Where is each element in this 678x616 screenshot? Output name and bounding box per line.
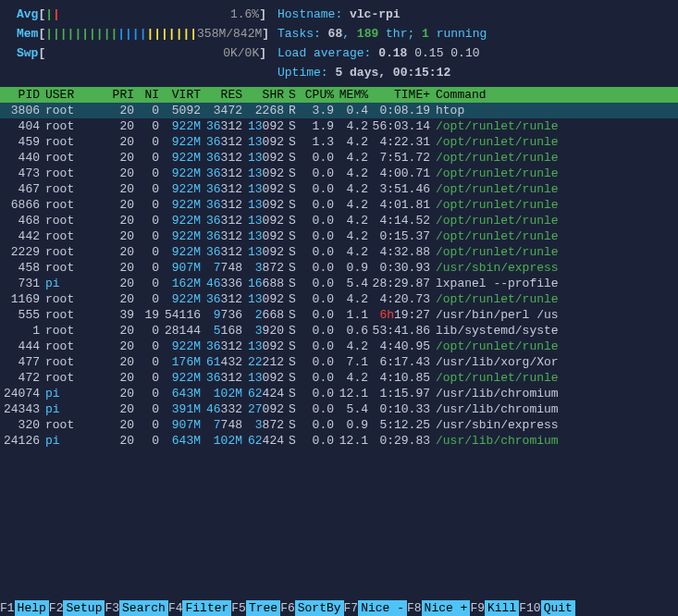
cell-res: 7748 — [204, 261, 246, 275]
cell-time: 4:20.73 — [372, 292, 434, 306]
process-row[interactable]: 1root2002814451683920S0.00.653:41.86lib/… — [0, 323, 678, 339]
cell-mem: 4.2 — [338, 371, 372, 385]
fkey-f7[interactable]: F7 — [344, 600, 359, 616]
cell-mem: 0.4 — [338, 104, 372, 117]
cell-mem: 4.2 — [338, 245, 372, 259]
process-row[interactable]: 2229root200922M3631213092S0.04.24:32.88/… — [0, 244, 678, 260]
flabel-sortby[interactable]: SortBy — [295, 600, 344, 616]
cell-ni: 0 — [138, 119, 163, 133]
cell-shr: 13092 — [246, 135, 288, 149]
fkey-f5[interactable]: F5 — [231, 600, 246, 616]
mem-meter: Mem[|||||||||||||||||||||358M/842M] — [17, 27, 266, 41]
cell-virt: 54116 — [163, 308, 204, 322]
header-s[interactable]: S — [288, 88, 301, 102]
cell-ni: 0 — [138, 135, 163, 149]
fkey-f6[interactable]: F6 — [280, 600, 295, 616]
cell-ni: 0 — [138, 292, 163, 306]
cell-state: S — [288, 166, 301, 180]
cell-time: 4:10.85 — [372, 371, 434, 385]
flabel-nice-+[interactable]: Nice + — [422, 600, 471, 616]
cell-res: 9736 — [204, 308, 246, 322]
avg-value: 1.6% — [230, 7, 259, 21]
cell-pid: 467 — [0, 182, 43, 196]
flabel-kill[interactable]: Kill — [485, 600, 519, 616]
header-cpu[interactable]: CPU% — [301, 88, 338, 102]
cell-cpu: 0.0 — [301, 166, 338, 180]
process-table-header[interactable]: PID USER PRI NI VIRT RES SHR S CPU% MEM%… — [0, 87, 678, 103]
flabel-nice--[interactable]: Nice - — [358, 600, 407, 616]
process-row[interactable]: 473root200922M3631213092S0.04.24:00.71/o… — [0, 166, 678, 181]
fkey-f9[interactable]: F9 — [470, 600, 485, 616]
cell-pid: 442 — [0, 229, 43, 243]
process-row[interactable]: 6866root200922M3631213092S0.04.24:01.81/… — [0, 197, 678, 213]
process-row[interactable]: 444root200922M3631213092S0.04.24:40.95/o… — [0, 339, 678, 354]
flabel-help[interactable]: Help — [15, 600, 49, 616]
cell-pri: 20 — [105, 371, 138, 385]
process-row[interactable]: 3806root200509234722268R3.90.40:08.19hto… — [0, 103, 678, 118]
fkey-f10[interactable]: F10 — [519, 600, 540, 616]
cell-cpu: 3.9 — [301, 104, 338, 117]
cell-time: 3:51.46 — [372, 182, 434, 196]
cell-shr: 3872 — [246, 418, 288, 432]
header-cmd[interactable]: Command — [434, 88, 678, 102]
fkey-f2[interactable]: F2 — [49, 600, 64, 616]
header-user[interactable]: USER — [43, 88, 105, 102]
cell-time: 1:15.97 — [372, 387, 434, 400]
flabel-filter[interactable]: Filter — [182, 600, 231, 616]
header-virt[interactable]: VIRT — [163, 88, 204, 102]
process-row[interactable]: 24343pi200391M4633227092S0.05.40:10.33/u… — [0, 401, 678, 417]
process-row[interactable]: 24126pi200643M102M62424S0.012.10:29.83/u… — [0, 433, 678, 449]
process-row[interactable]: 472root200922M3631213092S0.04.24:10.85/o… — [0, 370, 678, 386]
cell-pid: 2229 — [0, 245, 43, 259]
fkey-f3[interactable]: F3 — [105, 600, 119, 616]
process-row[interactable]: 442root200922M3631213092S0.04.20:15.37/o… — [0, 228, 678, 244]
flabel-setup[interactable]: Setup — [63, 600, 105, 616]
cell-pri: 39 — [105, 308, 138, 322]
header-ni[interactable]: NI — [138, 88, 163, 102]
fkey-f8[interactable]: F8 — [407, 600, 422, 616]
process-row[interactable]: 467root200922M3631213092S0.04.23:51.46/o… — [0, 181, 678, 197]
uptime-row: Uptime: 5 days, 00:15:12 — [277, 66, 661, 80]
process-row[interactable]: 731pi200162M4633616688S0.05.428:29.87lxp… — [0, 276, 678, 291]
cell-cpu: 0.0 — [301, 292, 338, 306]
process-row[interactable]: 477root200176M6143222212S0.07.16:17.43/u… — [0, 354, 678, 370]
fkey-f4[interactable]: F4 — [168, 600, 183, 616]
process-row[interactable]: 468root200922M3631213092S0.04.24:14.52/o… — [0, 213, 678, 228]
cell-virt: 922M — [163, 339, 204, 353]
process-row[interactable]: 320root200907M77483872S0.00.95:12.25/usr… — [0, 417, 678, 433]
flabel-tree[interactable]: Tree — [246, 600, 280, 616]
flabel-search[interactable]: Search — [119, 600, 168, 616]
cell-shr: 13092 — [246, 371, 288, 385]
cell-virt: 907M — [163, 418, 204, 432]
process-row[interactable]: 404root200922M3631213092S1.94.256:03.14/… — [0, 118, 678, 134]
cell-state: S — [288, 119, 301, 133]
cell-state: S — [288, 324, 301, 338]
process-row[interactable]: 24074pi200643M102M62424S0.012.11:15.97/u… — [0, 386, 678, 401]
header-pid[interactable]: PID — [0, 88, 43, 102]
process-row[interactable]: 1169root200922M3631213092S0.04.24:20.73/… — [0, 291, 678, 307]
cell-pid: 731 — [0, 277, 43, 290]
header-pri[interactable]: PRI — [105, 88, 138, 102]
fkey-f1[interactable]: F1 — [0, 600, 15, 616]
cell-pri: 20 — [105, 166, 138, 180]
mem-value: 358M/842M — [197, 27, 262, 41]
header-time[interactable]: TIME+ — [372, 88, 434, 102]
cell-res: 36312 — [204, 214, 246, 228]
cell-pid: 1169 — [0, 292, 43, 306]
process-row[interactable]: 459root200922M3631213092S1.34.24:22.31/o… — [0, 134, 678, 150]
cell-virt: 922M — [163, 182, 204, 196]
header-shr[interactable]: SHR — [246, 88, 288, 102]
flabel-quit[interactable]: Quit — [541, 600, 575, 616]
process-list[interactable]: 3806root200509234722268R3.90.40:08.19hto… — [0, 103, 678, 449]
cell-res: 36312 — [204, 166, 246, 180]
cell-command: /usr/sbin/express — [434, 418, 678, 432]
process-row[interactable]: 440root200922M3631213092S0.04.27:51.72/o… — [0, 150, 678, 166]
header-mem[interactable]: MEM% — [338, 88, 372, 102]
cell-state: S — [288, 292, 301, 306]
header-res[interactable]: RES — [204, 88, 246, 102]
process-row[interactable]: 458root200907M77483872S0.00.90:30.93/usr… — [0, 260, 678, 276]
cell-pid: 477 — [0, 355, 43, 369]
hostname-value: vlc-rpi — [350, 7, 401, 21]
process-row[interactable]: 555root39195411697362668S0.01.16h19:27/u… — [0, 307, 678, 323]
hostname-row: Hostname: vlc-rpi — [277, 7, 661, 21]
